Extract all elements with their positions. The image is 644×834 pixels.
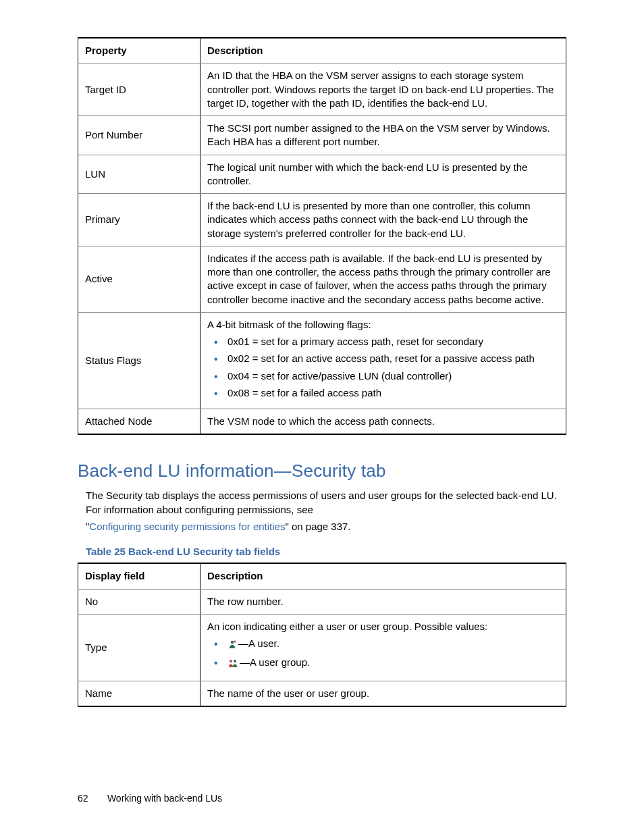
property-cell: Primary (78, 194, 200, 246)
table-row: Port Number The SCSI port number assigne… (78, 116, 566, 155)
svg-point-1 (234, 641, 236, 643)
table-header-display-field: Display field (78, 563, 200, 589)
body-paragraph: The Security tab displays the access per… (86, 488, 566, 517)
description-cell: The SCSI port number assigned to the HBA… (200, 116, 566, 155)
section-heading: Back-end LU information—Security tab (78, 461, 566, 481)
property-cell: Status Flags (78, 312, 200, 409)
flags-intro: A 4-bit bitmask of the following flags: (207, 319, 371, 330)
description-cell: Indicates if the access path is availabl… (200, 246, 566, 312)
group-text: —A user group. (240, 656, 310, 668)
description-cell: An icon indicating either a user or user… (200, 614, 566, 681)
permissions-link[interactable]: Configuring security permissions for ent… (89, 521, 285, 532)
list-item: 0x01 = set for a primary access path, re… (219, 335, 559, 348)
user-group-icon (227, 658, 238, 671)
table-header-description: Description (200, 563, 566, 589)
table-row: LUN The logical unit number with which t… (78, 155, 566, 194)
table-row: No The row number. (78, 589, 566, 614)
table-row: Status Flags A 4-bit bitmask of the foll… (78, 312, 566, 409)
footer-title: Working with back-end LUs (107, 793, 222, 804)
table-caption: Table 25 Back-end LU Security tab fields (86, 546, 566, 557)
body-text: The Security tab displays the access per… (86, 490, 557, 515)
body-block: The Security tab displays the access per… (86, 488, 566, 557)
table-header-property: Property (78, 38, 200, 63)
description-cell: A 4-bit bitmask of the following flags: … (200, 312, 566, 409)
svg-point-2 (230, 660, 232, 662)
field-cell: No (78, 589, 200, 614)
property-cell: Active (78, 246, 200, 312)
description-cell: The logical unit number with which the b… (200, 155, 566, 194)
table-row: Primary If the back-end LU is presented … (78, 194, 566, 246)
list-item: 0x04 = set for active/passive LUN (dual … (219, 369, 559, 383)
body-link-line: "Configuring security permissions for en… (86, 519, 566, 533)
table-header-description: Description (200, 38, 566, 63)
table-row: Target ID An ID that the HBA on the VSM … (78, 63, 566, 116)
list-item: 0x08 = set for a failed access path (219, 386, 559, 400)
field-cell: Name (78, 681, 200, 706)
list-item: —A user group. (219, 656, 559, 671)
type-list: —A user. —A user group. (207, 637, 559, 672)
list-item: —A user. (219, 637, 559, 652)
page-footer: 62 Working with back-end LUs (78, 793, 222, 804)
security-fields-table: Display field Description No The row num… (78, 563, 566, 707)
list-item: 0x02 = set for an active access path, re… (219, 352, 559, 365)
user-text: —A user. (238, 637, 279, 649)
description-cell: The row number. (200, 589, 566, 614)
description-cell: The name of the user or user group. (200, 681, 566, 706)
table-row: Active Indicates if the access path is a… (78, 246, 566, 312)
description-cell: The VSM node to which the access path co… (200, 409, 566, 435)
link-suffix: " on page 337. (285, 521, 350, 532)
type-intro: An icon indicating either a user or user… (207, 621, 487, 632)
table-row: Type An icon indicating either a user or… (78, 614, 566, 681)
user-icon (227, 639, 237, 652)
table-row: Attached Node The VSM node to which the … (78, 409, 566, 435)
svg-point-0 (231, 641, 234, 644)
description-cell: An ID that the HBA on the VSM server ass… (200, 63, 566, 116)
table-row: Name The name of the user or user group. (78, 681, 566, 706)
properties-table: Property Description Target ID An ID tha… (78, 37, 566, 435)
property-cell: Attached Node (78, 409, 200, 435)
flags-list: 0x01 = set for a primary access path, re… (207, 335, 559, 400)
description-cell: If the back-end LU is presented by more … (200, 194, 566, 246)
page-number: 62 (78, 793, 105, 804)
property-cell: LUN (78, 155, 200, 194)
svg-point-3 (234, 660, 236, 662)
property-cell: Port Number (78, 116, 200, 155)
property-cell: Target ID (78, 63, 200, 116)
field-cell: Type (78, 614, 200, 681)
document-page: Property Description Target ID An ID tha… (0, 0, 644, 834)
